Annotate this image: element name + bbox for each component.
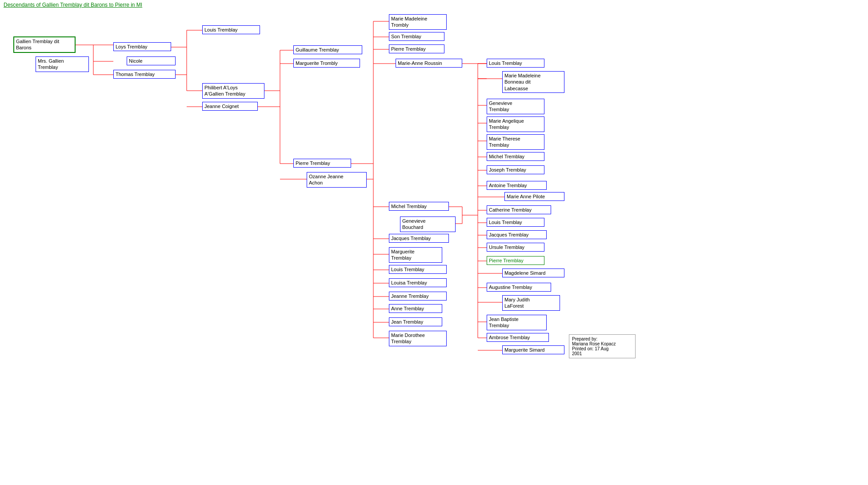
node-louis-tr4[interactable]: Louis Tremblay [389,265,447,274]
node-michel-tr2[interactable]: Michel Tremblay [389,202,449,211]
node-jean-tr[interactable]: Jean Tremblay [389,317,442,326]
node-joseph-tr[interactable]: Joseph Tremblay [487,165,544,174]
node-jean-bap-tr[interactable]: Jean Baptiste Tremblay [487,315,547,330]
chart-area: Gallien Tremblay dit Barons Mrs. Gallien… [0,10,868,477]
node-marie-mad-bon[interactable]: Marie Madeleine Bonneau dit Labecasse [502,71,564,93]
node-marie-anne-r[interactable]: Marie-Anne Roussin [396,59,462,68]
node-pierre-tr3[interactable]: Pierre Tremblay [487,256,544,265]
node-ozanne[interactable]: Ozanne Jeanne Achon [307,172,367,188]
node-marguerite-s[interactable]: Marguerite Simard [502,345,564,354]
info-box: Prepared by: Mariana Rose Kopacz Printed… [569,334,636,358]
node-louis-tr2[interactable]: Louis Tremblay [487,59,544,68]
node-mary-judith-l[interactable]: Mary Judith LaForest [502,295,560,311]
node-antoine-tr[interactable]: Antoine Tremblay [487,181,547,190]
node-ursule-tr[interactable]: Ursule Tremblay [487,243,544,252]
node-louisa-tr[interactable]: Louisa Tremblay [389,278,447,287]
node-marie-ther-tr[interactable]: Marie Therese Tremblay [487,134,544,150]
node-loys[interactable]: Loys Tremblay [113,42,171,51]
node-marie-dor-tr[interactable]: Marie Dorothee Tremblay [389,331,447,346]
node-nicole[interactable]: Nicole [127,56,176,65]
page-title: Descendants of Gallien Tremblay dit Baro… [0,0,868,10]
node-marguerite-tr[interactable]: Marguerite Trombly [293,59,360,68]
node-marie-ang-tr[interactable]: Marie Angelique Tremblay [487,116,544,132]
node-jeanne-c[interactable]: Jeanne Coignet [202,102,258,111]
node-son[interactable]: Son Tremblay [389,32,444,41]
node-thomas[interactable]: Thomas Tremblay [113,70,176,79]
node-michel-tr1[interactable]: Michel Tremblay [487,152,544,161]
node-anne-tr[interactable]: Anne Tremblay [389,304,442,313]
node-louis-tr3[interactable]: Louis Tremblay [487,218,544,227]
node-genevieve-tr[interactable]: Genevieve Tremblay [487,99,544,114]
node-louis-t1[interactable]: Louis Tremblay [202,25,260,34]
node-magdelene-s[interactable]: Magdelene Simard [502,269,564,277]
node-augustine-tr[interactable]: Augustine Tremblay [487,283,551,292]
node-jacques-tr1[interactable]: Jacques Tremblay [487,230,547,239]
node-philibert[interactable]: Philibert A'Loys A'Gallien Tremblay [202,83,264,99]
node-jeanne-tr[interactable]: Jeanne Tremblay [389,292,447,301]
node-marie-anne-p[interactable]: Marie Anne Pilote [504,192,564,201]
node-marie-mad-trombly[interactable]: Marie Madeleine Trombly [389,14,447,30]
node-guillaume[interactable]: Guillaume Tremblay [293,45,362,54]
node-gallien[interactable]: Gallien Tremblay dit Barons [13,36,76,53]
node-pierre-tr1[interactable]: Pierre Tremblay [293,159,351,168]
node-pierre-tr2[interactable]: Pierre Tremblay [389,44,444,53]
node-mrs-gallien[interactable]: Mrs. Gallien Tremblay [36,56,89,72]
node-ambrose-tr[interactable]: Ambrose Tremblay [487,333,549,342]
node-genevieve-b[interactable]: Genevieve Bouchard [400,216,456,232]
node-jacques-tr2[interactable]: Jacques Tremblay [389,234,449,243]
node-marguerite-tr2[interactable]: Marguerite Tremblay [389,247,442,263]
node-catherine-tr[interactable]: Catherine Tremblay [487,205,551,214]
